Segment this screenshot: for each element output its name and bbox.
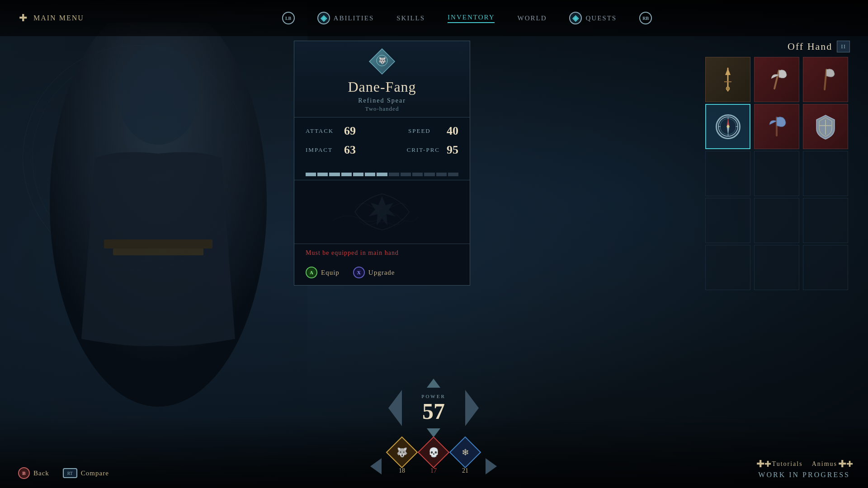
skill-icon-ice: ❄ 21	[454, 441, 476, 474]
animus-button[interactable]: Animus ✚	[812, 460, 850, 469]
main-menu-label: MAIN MENU	[33, 14, 84, 22]
assassin-logo	[319, 189, 445, 235]
power-value: 57	[422, 400, 445, 422]
cross-icon	[18, 13, 29, 23]
wolf-icon: 🐺	[396, 447, 408, 458]
tutorials-cross-icon: ✚	[760, 460, 769, 469]
weapon-slot-12[interactable]	[803, 198, 848, 243]
rt-button[interactable]: RT	[63, 468, 77, 478]
back-button[interactable]: B Back	[18, 467, 49, 479]
panel-title-text: Off Hand	[788, 41, 832, 52]
crit-stat: CRIT-PRC 95	[407, 143, 458, 157]
speed-stat: SPEED 40	[408, 124, 458, 138]
weapon-grid	[705, 57, 850, 290]
weapon-slot-14[interactable]	[754, 245, 799, 290]
dagger-icon	[714, 66, 741, 93]
wolf-skill-icon[interactable]: 🐺	[386, 436, 418, 469]
upgrade-label: Upgrade	[368, 269, 395, 277]
equip-button[interactable]: A Equip	[306, 267, 340, 278]
speed-label: SPEED	[408, 127, 440, 135]
weapon-slot-1[interactable]	[705, 57, 750, 102]
svg-point-11	[726, 87, 730, 90]
compare-button[interactable]: RT Compare	[63, 468, 109, 478]
weapon-slot-9[interactable]	[803, 151, 848, 196]
power-frame: POWER 57	[388, 379, 479, 437]
skill-icon-skull: 💀 17	[422, 441, 445, 474]
item-name: Dane-Fang	[348, 79, 416, 95]
weapon-slot-11[interactable]	[754, 198, 799, 243]
inventory-label[interactable]: INVENTORY	[448, 14, 495, 23]
back-label: Back	[33, 469, 49, 477]
main-menu-button[interactable]: MAIN MENU	[18, 13, 84, 23]
item-card-header: 🐺 Dane-Fang Refined Spear Two-handed	[294, 41, 470, 117]
ice-icon: ❄	[462, 447, 469, 458]
item-warning: Must be equipped in main hand	[294, 244, 470, 261]
right-arrow	[486, 458, 497, 474]
stat-row-2: IMPACT 63 CRIT-PRC 95	[306, 143, 458, 157]
weapon-slot-6[interactable]	[803, 104, 848, 149]
work-in-progress-text: WORK IN PROGRESS	[758, 471, 850, 479]
animus-cross-icon: ✚	[841, 460, 850, 469]
weapon-slot-3[interactable]	[803, 57, 848, 102]
quests-label[interactable]: QUESTS	[585, 14, 617, 22]
svg-marker-9	[725, 68, 731, 75]
abilities-label[interactable]: ABILITIES	[334, 14, 374, 22]
item-stats: ATTACK 69 SPEED 40 IMPACT 63 CRIT-PRC 95	[294, 117, 470, 169]
rb-button[interactable]: RB	[639, 12, 652, 24]
world-label[interactable]: WORLD	[517, 14, 547, 22]
weapon-slot-10[interactable]	[705, 198, 750, 243]
left-arrow	[370, 458, 382, 474]
bottom-center: POWER 57 🐺 18 💀 17 ❄	[109, 379, 759, 479]
upgrade-pip	[306, 173, 316, 176]
weapon-slot-7[interactable]	[705, 151, 750, 196]
tutorials-button[interactable]: ✚ Tutorials	[760, 460, 803, 469]
svg-point-18	[726, 125, 729, 128]
shield-icon	[812, 113, 839, 140]
skills-label[interactable]: SKILLS	[396, 14, 425, 22]
upgrade-pip	[329, 173, 340, 176]
x-button[interactable]: X	[353, 267, 365, 278]
upgrade-pip	[448, 173, 458, 176]
skull-skill-icon[interactable]: 💀	[418, 436, 450, 469]
skull-icon: 💀	[428, 447, 439, 458]
upgrade-pip	[436, 173, 447, 176]
bottom-right-controls: ✚ Tutorials Animus ✚ WORK IN PROGRESS	[758, 460, 850, 479]
bottom-ui: B Back RT Compare POWER 57	[0, 416, 868, 488]
upgrade-pip	[401, 173, 411, 176]
ice-skill-value: 21	[462, 467, 468, 474]
axe-blue-icon	[763, 113, 790, 140]
impact-stat: IMPACT 63	[306, 143, 356, 157]
b-button[interactable]: B	[18, 467, 30, 479]
crit-value: 95	[447, 143, 458, 157]
upgrade-pip	[424, 173, 434, 176]
weapon-slot-8[interactable]	[754, 151, 799, 196]
abilities-icon	[317, 12, 330, 24]
abilities-nav-item[interactable]: ABILITIES	[317, 12, 374, 24]
left-diamond-point	[388, 390, 402, 426]
item-type: Refined Spear	[358, 97, 406, 104]
weapon-slot-13[interactable]	[705, 245, 750, 290]
right-panel: Off Hand II	[705, 41, 850, 290]
rb-button-group[interactable]: RB	[639, 12, 652, 24]
upgrade-pip	[412, 173, 423, 176]
attack-stat: ATTACK 69	[306, 124, 356, 138]
lb-button-group[interactable]: LB	[282, 12, 295, 24]
weapon-slot-2[interactable]	[754, 57, 799, 102]
weapon-slot-5[interactable]	[754, 104, 799, 149]
lb-button[interactable]: LB	[282, 12, 295, 24]
weapon-slot-15[interactable]	[803, 245, 848, 290]
upgrade-button[interactable]: X Upgrade	[353, 267, 395, 278]
svg-line-13	[825, 70, 826, 89]
equip-label: Equip	[321, 269, 340, 277]
wolf-skill-value: 18	[399, 467, 405, 474]
quests-nav-item[interactable]: QUESTS	[569, 12, 617, 24]
crit-label: CRIT-PRC	[407, 146, 440, 154]
a-button[interactable]: A	[306, 267, 317, 278]
animus-label: Animus	[812, 460, 837, 468]
ice-skill-icon[interactable]: ❄	[449, 436, 481, 469]
quests-icon	[569, 12, 582, 24]
item-actions: A Equip X Upgrade	[294, 261, 470, 285]
item-card: 🐺 Dane-Fang Refined Spear Two-handed ATT…	[294, 41, 470, 286]
weapon-slot-4[interactable]	[705, 104, 750, 149]
nav-items: LB ABILITIES SKILLS INVENTORY WORLD QUES…	[84, 12, 850, 24]
